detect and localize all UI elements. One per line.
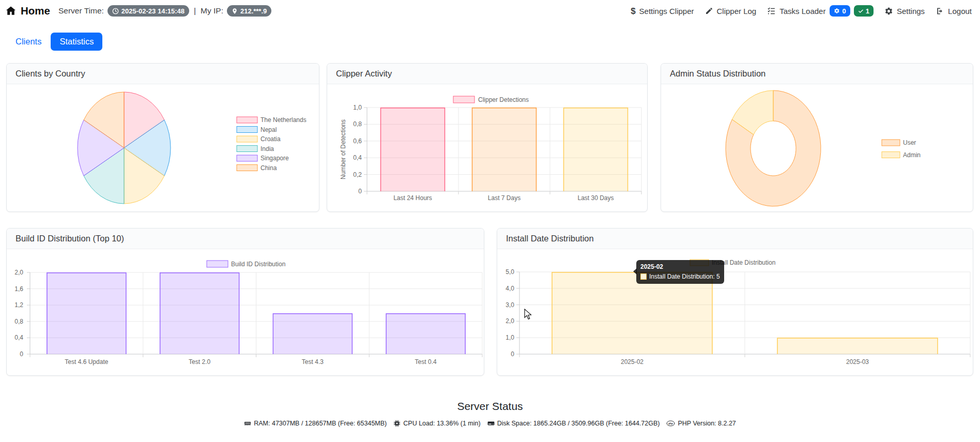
svg-text:Test 2.0: Test 2.0 (189, 358, 210, 365)
svg-text:1,0: 1,0 (506, 334, 514, 341)
ram-status: RAM: 47307MB / 128657MB (Free: 65345MB) (244, 420, 387, 427)
card-title: Clipper Activity (327, 64, 647, 84)
svg-text:Last 24 Hours: Last 24 Hours (393, 194, 432, 202)
legend-item[interactable]: Admin (882, 151, 921, 159)
bar-Test 4.3[interactable] (273, 313, 352, 354)
clipper-activity-bar-chart[interactable]: 00,20,40,60,81,0Last 24 HoursLast 7 Days… (327, 84, 647, 211)
tab-clients[interactable]: Clients (9, 34, 48, 50)
dollar-icon: $ (631, 7, 635, 16)
home-link[interactable]: Home (5, 5, 50, 17)
view-tabs: Clients Statistics (9, 33, 102, 51)
svg-text:India: India (261, 145, 274, 153)
clock-icon (112, 8, 119, 14)
settings-link[interactable]: Settings (884, 7, 925, 16)
bar-Last 7 Days[interactable] (472, 108, 537, 191)
build-id-card: Build ID Distribution (Top 10) 00,40,81,… (6, 228, 484, 376)
home-label: Home (21, 5, 50, 17)
tasks-pending-badge: 0 (830, 5, 850, 17)
svg-text:Number of Detections: Number of Detections (340, 119, 347, 179)
disk-status: Disk Space: 1865.24GB / 3509.96GB (Free:… (487, 420, 660, 427)
svg-text:2025-02: 2025-02 (621, 358, 644, 365)
legend-item[interactable]: The Netherlands (237, 116, 307, 124)
svg-text:2,0: 2,0 (506, 317, 514, 325)
clipper-log-link[interactable]: Clipper Log (705, 7, 757, 16)
svg-text:0,4: 0,4 (353, 154, 362, 161)
home-icon (5, 5, 17, 17)
svg-text:0,2: 0,2 (353, 171, 362, 178)
svg-text:5,0: 5,0 (506, 268, 514, 276)
legend-item[interactable]: India (237, 145, 274, 153)
php-icon: php (666, 420, 675, 427)
mouse-cursor (524, 309, 532, 320)
svg-text:1,0: 1,0 (353, 104, 362, 111)
build-id-bar-chart[interactable]: 00,40,81,21,62,0Test 4.6 UpdateTest 2.0T… (7, 249, 484, 375)
gear-icon (834, 8, 840, 14)
bar-Last 30 Days[interactable] (564, 108, 628, 191)
ram-icon (244, 420, 251, 427)
install-date-card: Install Date Distribution 01,02,03,04,05… (497, 228, 973, 376)
tooltip-value: Install Date Distribution: 5 (649, 273, 720, 280)
svg-text:3,0: 3,0 (506, 301, 514, 309)
svg-text:Build ID Distribution: Build ID Distribution (231, 261, 285, 268)
svg-text:1,2: 1,2 (14, 301, 23, 309)
svg-text:php: php (669, 422, 673, 425)
admin-status-card: Admin Status Distribution UserAdmin (661, 63, 973, 212)
tasks-loader-link[interactable]: Tasks Loader (767, 7, 825, 16)
check-icon (858, 8, 864, 14)
legend-item[interactable]: Nepal (237, 126, 277, 133)
svg-text:0,8: 0,8 (353, 120, 362, 128)
svg-text:Nepal: Nepal (261, 126, 277, 133)
separator: | (194, 6, 196, 16)
svg-text:0: 0 (358, 188, 362, 195)
tooltip-caret (633, 268, 637, 275)
card-title: Clients by Country (7, 64, 319, 84)
bar-2025-02[interactable] (552, 272, 712, 354)
bar-Test 0.4[interactable] (386, 313, 465, 354)
server-status-line: RAM: 47307MB / 128657MB (Free: 65345MB) … (0, 420, 980, 427)
clients-by-country-pie-chart[interactable]: The NetherlandsNepalCroatiaIndiaSingapor… (7, 84, 319, 211)
cpu-status: CPU Load: 13.36% (1 min) (393, 420, 480, 427)
svg-text:0,6: 0,6 (353, 138, 362, 145)
install-date-bar-chart[interactable]: 01,02,03,04,05,02025-022025-03Install Da… (497, 249, 973, 375)
chart-tooltip: 2025-02 Install Date Distribution: 5 (636, 260, 724, 284)
settings-clipper-link[interactable]: $ Settings Clipper (631, 7, 694, 16)
legend-item[interactable]: User (882, 139, 916, 146)
gear-icon (884, 7, 893, 16)
top-navbar: Home Server Time: 2025-02-23 14:15:48 | … (0, 0, 980, 22)
legend-item[interactable]: Build ID Distribution (207, 261, 285, 268)
card-title: Build ID Distribution (Top 10) (7, 228, 484, 249)
legend-item[interactable]: Clipper Detections (453, 96, 529, 103)
svg-text:0,8: 0,8 (14, 318, 23, 325)
svg-text:Last 7 Days: Last 7 Days (488, 194, 520, 202)
logout-icon (936, 7, 944, 16)
bar-Test 4.6 Update[interactable] (47, 272, 126, 354)
bar-Test 2.0[interactable] (160, 272, 239, 354)
svg-text:User: User (903, 139, 916, 146)
svg-text:China: China (261, 164, 277, 172)
svg-text:0: 0 (511, 350, 514, 358)
clients-by-country-card: Clients by Country The NetherlandsNepalC… (6, 63, 319, 212)
svg-text:Test 0.4: Test 0.4 (415, 358, 437, 365)
list-check-icon (767, 7, 776, 16)
legend-item[interactable]: Singapore (237, 155, 289, 162)
tab-statistics[interactable]: Statistics (51, 33, 102, 51)
pencil-icon (705, 7, 713, 15)
svg-text:2025-03: 2025-03 (846, 358, 869, 365)
svg-text:Admin: Admin (903, 151, 921, 159)
logout-link[interactable]: Logout (936, 7, 972, 16)
bar-Last 24 Hours[interactable] (381, 108, 445, 191)
card-title: Admin Status Distribution (661, 64, 973, 84)
svg-text:0: 0 (20, 350, 23, 358)
svg-text:Singapore: Singapore (261, 155, 289, 162)
legend-item[interactable]: China (237, 164, 277, 172)
server-time-badge: 2025-02-23 14:15:48 (108, 5, 189, 17)
legend-item[interactable]: Croatia (237, 135, 281, 143)
bar-2025-03[interactable] (777, 338, 938, 354)
card-title: Install Date Distribution (497, 228, 973, 249)
my-ip-label: My IP: (201, 6, 223, 16)
admin-status-doughnut-chart[interactable]: UserAdmin (661, 84, 973, 211)
php-status: php PHP Version: 8.2.27 (666, 420, 736, 427)
svg-text:Test 4.3: Test 4.3 (302, 358, 324, 365)
svg-text:2,0: 2,0 (14, 269, 23, 276)
location-pin-icon (232, 8, 238, 14)
